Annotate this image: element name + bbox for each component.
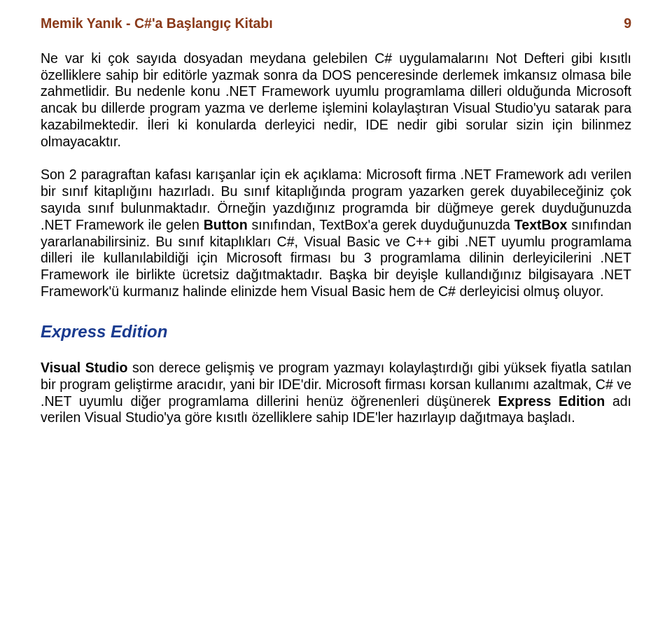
section-heading-express-edition: Express Edition (41, 321, 631, 342)
book-title: Memik Yanık - C#'a Başlangıç Kitabı (41, 15, 273, 32)
paragraph-2: Son 2 paragraftan kafası karışanlar için… (41, 167, 631, 300)
term-express-edition: Express Edition (498, 393, 605, 409)
term-button: Button (204, 217, 248, 232)
paragraph-2-text-b: sınıfından, TextBox'a gerek duyduğunuzda (248, 217, 514, 232)
page-container: Memik Yanık - C#'a Başlangıç Kitabı 9 Ne… (0, 0, 672, 454)
term-visual-studio: Visual Studio (41, 360, 127, 375)
term-textbox: TextBox (514, 217, 568, 232)
paragraph-3: Visual Studio son derece gelişmiş ve pro… (41, 360, 631, 426)
page-header: Memik Yanık - C#'a Başlangıç Kitabı 9 (41, 15, 631, 32)
page-number: 9 (624, 15, 631, 32)
paragraph-1: Ne var ki çok sayıda dosyadan meydana ge… (41, 50, 631, 150)
